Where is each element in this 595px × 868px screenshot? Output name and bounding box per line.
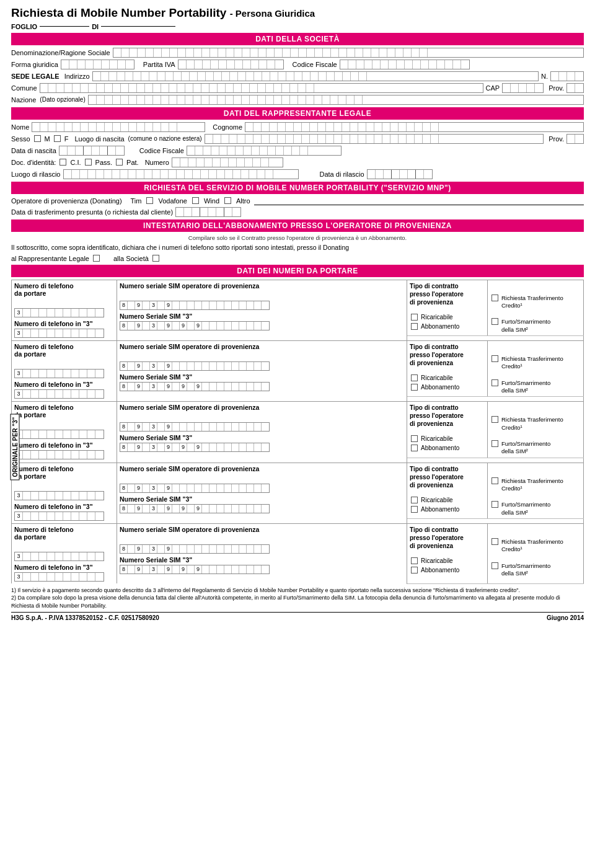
checkbox-societa[interactable] <box>152 255 159 262</box>
checkbox-m[interactable] <box>34 135 41 142</box>
checkbox-furto-1[interactable] <box>491 379 498 386</box>
checkbox-abbonamento-2[interactable] <box>411 445 418 451</box>
sim-input[interactable]: 8939 <box>120 361 270 371</box>
checkbox-ricaricabile-0[interactable] <box>411 314 418 321</box>
sim-input[interactable]: 893999 <box>120 565 270 574</box>
numeri-row-1: Numero di telefonoda portare 3 Numero di… <box>12 280 584 335</box>
nazione-row: Nazione (Dato opzionale) <box>11 95 584 105</box>
cell-input[interactable]: 3 <box>14 308 104 317</box>
cell-input[interactable]: 3 <box>14 572 104 582</box>
originale-label: ORIGINALE PER "3" <box>11 414 20 480</box>
forma-giuridica-input[interactable] <box>61 60 134 69</box>
luogo-nascita-input[interactable] <box>205 134 544 144</box>
numero-doc-input[interactable] <box>172 157 283 167</box>
indirizzo-input[interactable] <box>92 71 539 81</box>
checkbox-vodafone[interactable] <box>192 197 199 204</box>
luogo-rilascio-input[interactable] <box>63 169 299 179</box>
sim-input[interactable]: 893999 <box>120 504 270 513</box>
checkbox-trasferimento-0[interactable] <box>491 294 498 301</box>
sim-input[interactable]: 893999 <box>120 382 270 391</box>
checkbox-tim[interactable] <box>146 197 153 204</box>
cognome-input[interactable] <box>245 122 584 132</box>
partita-iva-input[interactable] <box>178 60 284 69</box>
altro-input[interactable] <box>254 197 584 205</box>
cell-input[interactable]: 3 <box>14 552 104 561</box>
checkbox-furto-3[interactable] <box>491 501 498 508</box>
section-dati-societa: DATI DELLA SOCIETÀ <box>11 33 584 45</box>
sim-input[interactable]: 8939 <box>120 544 270 554</box>
checkbox-ricaricabile-3[interactable] <box>411 497 418 503</box>
cell-input[interactable]: 3 <box>14 450 104 459</box>
sim-input[interactable]: 8939 <box>120 422 270 432</box>
sede-legale-row: SEDE LEGALE Indirizzo N. <box>11 71 584 81</box>
denominazione-input[interactable] <box>113 48 584 58</box>
cell-input[interactable]: 3 <box>14 430 104 439</box>
forma-piva-cf-row: Forma giuridica Partita IVA Codice Fisca… <box>11 60 584 69</box>
sim-input[interactable]: 8939 <box>120 484 270 493</box>
sim-input[interactable]: 893999 <box>120 443 270 452</box>
intestatario-text: Il sottoscritto, come sopra identificato… <box>11 243 584 253</box>
codice-fiscale-rapp-input[interactable] <box>187 146 342 156</box>
footer: H3G S.p.A. - P.IVA 13378520152 - C.F. 02… <box>11 612 584 621</box>
sim-input[interactable]: 893999 <box>120 321 270 330</box>
section-mnp: RICHIESTA DEL SERVIZIO DI MOBILE NUMBER … <box>11 182 584 194</box>
checkbox-abbonamento-4[interactable] <box>411 567 418 574</box>
cell-input[interactable]: 3 <box>14 329 104 338</box>
checkbox-pass[interactable] <box>85 159 92 166</box>
footer-date: Giugno 2014 <box>547 614 584 621</box>
cap-input[interactable] <box>502 83 544 93</box>
footer-company: H3G S.p.A. - P.IVA 13378520152 - C.F. 02… <box>11 614 159 621</box>
section-numeri: DATI DEI NUMERI DA PORTARE <box>11 265 584 277</box>
checkbox-f[interactable] <box>54 135 61 142</box>
checkbox-abbonamento-0[interactable] <box>411 323 418 330</box>
comune-input[interactable] <box>40 83 483 93</box>
nome-cognome-row: Nome Cognome <box>11 122 584 132</box>
checkbox-ci[interactable] <box>60 159 66 166</box>
checkbox-abbonamento-1[interactable] <box>411 384 418 391</box>
nome-input[interactable] <box>32 122 205 132</box>
data-rilascio-input[interactable] <box>367 169 433 179</box>
footnote-1: 1) Il servizio è a pagamento secondo qua… <box>11 587 584 595</box>
section-intestatario: INTESTATARIO DELL'ABBONAMENTO PRESSO L'O… <box>11 219 584 232</box>
rilascio-row: Luogo di rilascio Data di rilascio <box>11 169 584 179</box>
checkbox-furto-4[interactable] <box>491 562 498 569</box>
numeri-row-4: Numero di telefonoda portare 3 Numero di… <box>12 463 584 518</box>
prov-input[interactable] <box>566 83 584 93</box>
numeri-table: Numero di telefonoda portare 3 Numero di… <box>11 280 584 584</box>
checkbox-ricaricabile-2[interactable] <box>411 435 418 442</box>
nazione-input[interactable] <box>88 95 584 105</box>
checkbox-wind[interactable] <box>224 197 231 204</box>
cell-input[interactable]: 3 <box>14 512 104 521</box>
sesso-luogo-row: Sesso M F Luogo di nascita (comune o naz… <box>11 134 584 144</box>
doc-identita-row: Doc. d'identità: C.I. Pass. Pat. Numero <box>11 157 584 167</box>
comune-cap-row: Comune CAP Prov. <box>11 83 584 93</box>
checkbox-furto-0[interactable] <box>491 318 498 325</box>
checkbox-trasferimento-4[interactable] <box>491 538 498 545</box>
cell-input[interactable]: 3 <box>14 491 104 500</box>
prov-nascita-input[interactable] <box>566 134 584 144</box>
denominazione-row: Denominazione/Ragione Sociale <box>11 48 584 58</box>
sim-input[interactable]: 8939 <box>120 301 270 310</box>
checkbox-abbonamento-3[interactable] <box>411 506 418 513</box>
codice-fiscale-societa-input[interactable] <box>340 60 470 69</box>
checkbox-pat[interactable] <box>116 159 123 166</box>
data-nascita-input[interactable] <box>59 146 125 156</box>
cell-input[interactable]: 3 <box>14 369 104 378</box>
foglio-row: FOGLIO DI <box>11 23 584 30</box>
numero-civico-input[interactable] <box>550 71 584 81</box>
checkbox-ricaricabile-1[interactable] <box>411 374 418 381</box>
footnotes: 1) Il servizio è a pagamento secondo qua… <box>11 587 584 610</box>
page-wrapper: ORIGINALE PER "3" Richiesta di Mobile Nu… <box>11 6 584 621</box>
rappresentante-societa-row: al Rappresentante Legale alla Società <box>11 255 584 262</box>
checkbox-trasferimento-2[interactable] <box>491 416 498 423</box>
checkbox-trasferimento-3[interactable] <box>491 477 498 484</box>
numeri-row-2: Numero di telefonoda portare 3 Numero di… <box>12 340 584 396</box>
data-nascita-cf-row: Data di nascita Codice Fiscale <box>11 146 584 156</box>
checkbox-furto-2[interactable] <box>491 440 498 447</box>
checkbox-trasferimento-1[interactable] <box>491 355 498 362</box>
cell-input[interactable]: 3 <box>14 389 104 399</box>
checkbox-ricaricabile-4[interactable] <box>411 557 418 564</box>
checkbox-rappresentante[interactable] <box>93 255 100 262</box>
numeri-row-3: Numero di telefonoda portare 3 Numero di… <box>12 402 584 458</box>
data-trasferimento-input[interactable] <box>175 207 241 217</box>
